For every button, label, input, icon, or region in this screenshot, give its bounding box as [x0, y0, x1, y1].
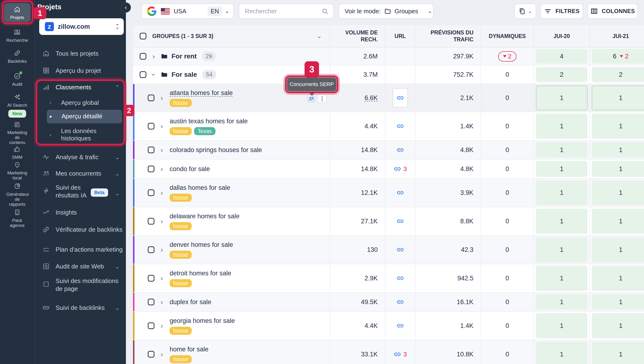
keyword-row[interactable]: ›delaware homes for salehouse27.1K8.8K01… — [133, 207, 644, 236]
sidebar-item-apercu-detaille[interactable]: Aperçu détaillé — [35, 112, 126, 120]
rank-cell-jui21[interactable]: 1 — [592, 294, 644, 310]
chevron-right-icon[interactable]: › — [160, 94, 163, 102]
sidebar-item-insights[interactable]: Insights — [35, 208, 126, 216]
url-link-button[interactable] — [396, 146, 404, 154]
rank-cell-jui21[interactable]: 1 — [592, 180, 644, 205]
sidebar-item-smm[interactable]: SMM — [0, 145, 34, 160]
keyword-tag[interactable]: house — [170, 194, 192, 202]
keyword-name[interactable]: denver homes for sale — [170, 241, 233, 248]
sidebar-item-generateur-rapports[interactable]: Générateur de rapports — [0, 182, 34, 207]
rank-cell-jui20[interactable]: 2 — [536, 67, 588, 82]
rank-cell-jui20[interactable]: 1 — [536, 114, 588, 139]
rank-cell-jui20[interactable]: 1 — [536, 161, 588, 177]
sidebar-item-audit[interactable]: Audit — [0, 72, 34, 87]
url-link-button[interactable] — [396, 189, 404, 196]
keyword-name[interactable]: condo for sale — [170, 165, 210, 172]
header-jui20[interactable]: JUI-20 — [534, 25, 589, 47]
keyword-row[interactable]: ›duplex for sale49.5K16.1K011 — [133, 293, 644, 312]
chevron-right-icon[interactable]: › — [160, 217, 163, 225]
sidebar-item-apercu-global[interactable]: Aperçu global — [35, 99, 126, 106]
sidebar-item-verificateur-backlinks[interactable]: Vérificateur de backlinks — [35, 226, 126, 234]
sidebar-item-audit-site-web[interactable]: Audit de site Web ⌄ — [35, 262, 126, 270]
search-input[interactable]: Rechercher — [239, 4, 334, 19]
rank-cell-jui20[interactable]: 1 — [536, 142, 588, 158]
columns-button[interactable]: COLONNES — [588, 4, 638, 19]
row-checkbox[interactable] — [148, 218, 154, 224]
sidebar-item-donnees-historiques[interactable]: Les données historiques — [35, 127, 126, 142]
sidebar-item-marketing-contenu[interactable]: Marketing de contenu — [0, 120, 34, 145]
keyword-row[interactable]: ›austin texas homes for salehouseTexas4.… — [133, 112, 644, 141]
rank-cell-jui21[interactable]: 1 — [592, 114, 644, 139]
rank-cell-jui21[interactable]: 1 — [592, 237, 644, 262]
keyword-tag[interactable]: house — [170, 355, 192, 363]
sidebar-item-suivi-modifications[interactable]: Suivi des modifications de page — [35, 277, 126, 293]
filters-button[interactable]: FILTRES — [540, 4, 583, 19]
rank-cell-jui21[interactable]: 1 — [592, 313, 644, 338]
keyword-row[interactable]: ›detroit homes for salehouse2.9K942.5011 — [133, 264, 644, 293]
view-mode-selector[interactable]: Voir le mode: Groupes ⌄ — [338, 4, 434, 19]
chevron-right-icon[interactable]: › — [160, 298, 163, 306]
row-checkbox[interactable] — [148, 322, 154, 329]
keyword-row[interactable]: ›condo for sale14.8K34.8K011 — [133, 160, 644, 179]
header-jui21[interactable]: JUI-21 — [589, 25, 644, 47]
rank-cell-jui20[interactable]: 1 — [536, 237, 588, 262]
header-url[interactable]: URL — [385, 25, 415, 47]
sidebar-item-ai-search[interactable]: AI Search New — [0, 93, 34, 118]
url-link-button[interactable]: 3 — [394, 165, 407, 173]
chevron-right-icon[interactable]: › — [160, 274, 163, 282]
keyword-row[interactable]: ›georgia homes for salehouse4.4K1.4K011 — [133, 312, 644, 340]
row-checkbox[interactable] — [140, 53, 146, 60]
chevron-right-icon[interactable]: › — [160, 165, 163, 173]
chevron-right-icon[interactable]: › — [160, 246, 163, 254]
rank-cell-jui20[interactable]: 1 — [536, 86, 588, 110]
rank-cell-jui20[interactable]: 1 — [536, 208, 588, 234]
url-link-button[interactable] — [396, 246, 404, 254]
row-checkbox[interactable] — [140, 71, 146, 78]
select-all-checkbox[interactable] — [140, 33, 146, 40]
row-checkbox[interactable] — [148, 351, 154, 358]
group-row[interactable]: ›For rent292.6M297.9K2462 — [133, 48, 644, 66]
row-checkbox[interactable] — [148, 166, 154, 172]
row-checkbox[interactable] — [148, 189, 154, 196]
url-link-button[interactable]: 3 — [394, 350, 407, 358]
rank-cell-jui20[interactable]: 1 — [536, 180, 588, 205]
group-name[interactable]: For sale — [172, 71, 197, 78]
keyword-name[interactable]: duplex for sale — [170, 298, 212, 306]
url-link-button[interactable] — [396, 122, 404, 130]
rank-cell-jui21[interactable]: 62 — [592, 49, 644, 64]
rank-cell-jui20[interactable]: 1 — [536, 313, 588, 338]
row-checkbox[interactable] — [148, 246, 154, 253]
keyword-row[interactable]: ›denver homes for salehouse13042.3011 — [133, 236, 644, 264]
row-checkbox[interactable] — [148, 146, 154, 153]
sidebar-item-suivi-backlinks[interactable]: Suivi de backlinks ⌄ — [35, 304, 126, 312]
row-checkbox[interactable] — [148, 299, 154, 305]
search-engine-selector[interactable]: USA EN ⌄ — [141, 4, 234, 19]
sidebar-item-marketing-local[interactable]: Marketing local — [0, 160, 34, 180]
row-checkbox[interactable] — [148, 94, 154, 101]
header-traffic[interactable]: PRÉVISIONS DUTRAFIC — [415, 25, 480, 47]
keyword-name[interactable]: delaware homes for sale — [170, 213, 240, 220]
rank-cell-jui20[interactable]: 1 — [536, 266, 588, 291]
search-volume[interactable]: 6.6K — [364, 94, 378, 102]
keyword-name[interactable]: home for sale — [170, 346, 208, 353]
header-volume[interactable]: VOLUME DERECH. — [330, 25, 385, 47]
rank-cell-jui20[interactable]: 1 — [536, 342, 588, 364]
sidebar-item-tous-les-projets[interactable]: Tous les projets — [35, 50, 126, 58]
group-name[interactable]: For rent — [172, 52, 197, 60]
header-dynamics[interactable]: DYNAMIQUES — [480, 25, 534, 47]
keyword-row[interactable]: ›dallas homes for salehouse12.1K3.9K011 — [133, 179, 644, 207]
header-groups[interactable]: GROUPES (1 - 3 SUR 3) ⌄ — [133, 25, 330, 47]
keyword-name[interactable]: atlanta homes for sale — [170, 89, 233, 96]
chevron-right-icon[interactable]: › — [160, 350, 163, 358]
rank-cell-jui21[interactable]: 2 — [592, 67, 644, 82]
sidebar-item-analyse-trafic[interactable]: Analyse & trafic ⌄ — [35, 153, 126, 161]
row-menu-button[interactable] — [318, 94, 327, 103]
sidebar-item-mes-concurrents[interactable]: Mes concurrents ⌄ — [35, 170, 126, 178]
rank-cell-jui21[interactable]: 1 — [592, 208, 644, 234]
chevron-right-icon[interactable]: › — [152, 52, 155, 60]
keyword-tag[interactable]: house — [170, 222, 192, 230]
url-link-button[interactable] — [396, 298, 404, 306]
group-row[interactable]: ›For sale543.7M752.7K022 — [133, 66, 644, 84]
url-link-button[interactable] — [393, 88, 408, 108]
rank-cell-jui21[interactable]: 1 — [592, 142, 644, 158]
